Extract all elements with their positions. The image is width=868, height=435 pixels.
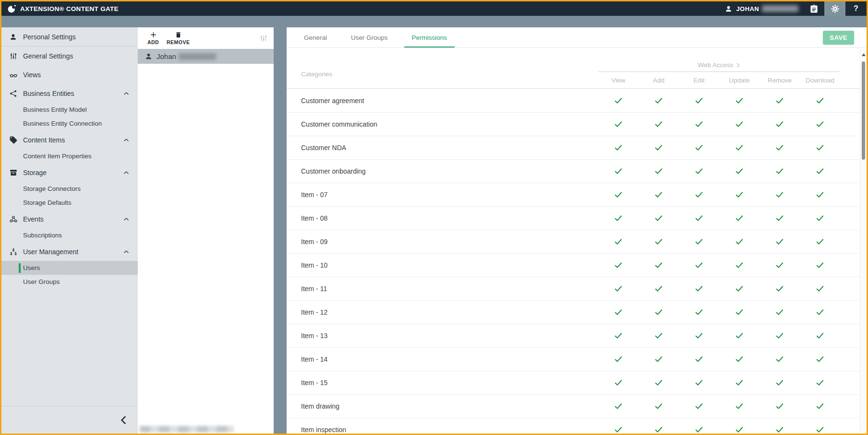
permission-cell-edit[interactable] xyxy=(679,395,719,418)
permission-cell-view[interactable] xyxy=(598,254,639,277)
permission-cell-view[interactable] xyxy=(598,277,639,301)
sidebar-item-storage-connectors[interactable]: Storage Connectors xyxy=(1,182,138,196)
sidebar-item-business-entity-connection[interactable]: Business Entity Connection xyxy=(1,117,138,130)
permission-cell-view[interactable] xyxy=(598,230,639,254)
permission-cell-view[interactable] xyxy=(598,348,639,371)
permission-cell-download[interactable] xyxy=(800,301,840,324)
permission-cell-add[interactable] xyxy=(639,301,679,324)
permission-cell-remove[interactable] xyxy=(760,183,800,207)
collapse-sidebar-button[interactable] xyxy=(117,413,131,427)
sidebar-item-storage[interactable]: Storage xyxy=(1,163,138,182)
permission-cell-edit[interactable] xyxy=(679,277,719,301)
sidebar-item-users[interactable]: Users xyxy=(1,261,138,275)
permission-cell-remove[interactable] xyxy=(760,277,800,301)
permission-cell-remove[interactable] xyxy=(760,395,800,418)
sidebar-item-business-entity-model[interactable]: Business Entity Model xyxy=(1,103,138,117)
permission-cell-edit[interactable] xyxy=(679,230,719,254)
sidebar-item-personal-settings[interactable]: Personal Settings xyxy=(1,27,138,46)
help-button[interactable]: ? xyxy=(845,1,867,16)
permission-cell-add[interactable] xyxy=(639,324,679,348)
permission-cell-download[interactable] xyxy=(800,371,840,395)
permission-cell-update[interactable] xyxy=(719,89,760,113)
permission-cell-edit[interactable] xyxy=(679,89,719,113)
permission-cell-add[interactable] xyxy=(639,348,679,371)
permission-cell-add[interactable] xyxy=(639,230,679,254)
permission-cell-download[interactable] xyxy=(800,254,840,277)
sidebar-item-subscriptions[interactable]: Subscriptions xyxy=(1,228,138,242)
permission-cell-update[interactable] xyxy=(719,136,760,160)
permission-cell-add[interactable] xyxy=(639,277,679,301)
permission-cell-view[interactable] xyxy=(598,113,639,136)
permission-cell-download[interactable] xyxy=(800,418,840,434)
permission-cell-update[interactable] xyxy=(719,230,760,254)
permission-cell-download[interactable] xyxy=(800,324,840,348)
permission-cell-update[interactable] xyxy=(719,160,760,183)
scroll-up-arrow[interactable] xyxy=(862,53,866,56)
permission-cell-add[interactable] xyxy=(639,113,679,136)
permission-cell-download[interactable] xyxy=(800,160,840,183)
permission-cell-remove[interactable] xyxy=(760,418,800,434)
permission-cell-remove[interactable] xyxy=(760,89,800,113)
permission-cell-update[interactable] xyxy=(719,371,760,395)
permission-cell-add[interactable] xyxy=(639,207,679,230)
permission-cell-add[interactable] xyxy=(639,395,679,418)
sidebar-item-content-item-properties[interactable]: Content Item Properties xyxy=(1,149,138,163)
scrollbar-thumb[interactable] xyxy=(862,61,865,160)
permission-cell-remove[interactable] xyxy=(760,160,800,183)
filter-icon[interactable] xyxy=(259,34,268,43)
permission-cell-remove[interactable] xyxy=(760,254,800,277)
sidebar-item-general-settings[interactable]: General Settings xyxy=(1,47,138,65)
permission-cell-update[interactable] xyxy=(719,418,760,434)
tab-user-groups[interactable]: User Groups xyxy=(343,27,396,47)
permission-cell-view[interactable] xyxy=(598,418,639,434)
permission-cell-view[interactable] xyxy=(598,207,639,230)
permission-cell-remove[interactable] xyxy=(760,324,800,348)
permission-cell-download[interactable] xyxy=(800,113,840,136)
tab-general[interactable]: General xyxy=(296,27,335,47)
permission-cell-add[interactable] xyxy=(639,254,679,277)
tasks-button[interactable] xyxy=(803,1,824,16)
permission-cell-add[interactable] xyxy=(639,136,679,160)
permission-cell-edit[interactable] xyxy=(679,207,719,230)
permission-cell-edit[interactable] xyxy=(679,348,719,371)
permission-cell-add[interactable] xyxy=(639,183,679,207)
permission-cell-download[interactable] xyxy=(800,207,840,230)
permission-cell-download[interactable] xyxy=(800,230,840,254)
permission-cell-edit[interactable] xyxy=(679,160,719,183)
permission-cell-add[interactable] xyxy=(639,160,679,183)
permission-cell-update[interactable] xyxy=(719,324,760,348)
permission-cell-edit[interactable] xyxy=(679,301,719,324)
permission-cell-download[interactable] xyxy=(800,348,840,371)
permission-cell-update[interactable] xyxy=(719,395,760,418)
sidebar-item-events[interactable]: Events xyxy=(1,210,138,228)
permission-cell-update[interactable] xyxy=(719,113,760,136)
permission-cell-update[interactable] xyxy=(719,254,760,277)
permission-cell-add[interactable] xyxy=(639,418,679,434)
permission-cell-download[interactable] xyxy=(800,89,840,113)
permission-cell-view[interactable] xyxy=(598,395,639,418)
remove-user-button[interactable]: REMOVE xyxy=(167,28,190,48)
permission-cell-download[interactable] xyxy=(800,183,840,207)
permission-cell-view[interactable] xyxy=(598,136,639,160)
permission-cell-remove[interactable] xyxy=(760,371,800,395)
permission-cell-edit[interactable] xyxy=(679,254,719,277)
permission-cell-remove[interactable] xyxy=(760,113,800,136)
permission-cell-remove[interactable] xyxy=(760,136,800,160)
permission-cell-remove[interactable] xyxy=(760,301,800,324)
settings-button[interactable] xyxy=(824,1,845,16)
permission-cell-remove[interactable] xyxy=(760,207,800,230)
tab-permissions[interactable]: Permissions xyxy=(404,27,455,47)
sidebar-item-content-items[interactable]: Content Items xyxy=(1,130,138,149)
permission-cell-download[interactable] xyxy=(800,395,840,418)
permission-cell-edit[interactable] xyxy=(679,183,719,207)
vertical-scrollbar[interactable] xyxy=(860,49,867,434)
sidebar-item-user-management[interactable]: User Management xyxy=(1,242,138,261)
sidebar-item-storage-defaults[interactable]: Storage Defaults xyxy=(1,196,138,210)
permission-cell-edit[interactable] xyxy=(679,418,719,434)
permission-cell-view[interactable] xyxy=(598,324,639,348)
permission-cell-download[interactable] xyxy=(800,136,840,160)
add-user-button[interactable]: ADD xyxy=(143,28,164,48)
permission-cell-remove[interactable] xyxy=(760,230,800,254)
user-menu[interactable]: JOHAN xyxy=(720,1,803,16)
permission-cell-update[interactable] xyxy=(719,183,760,207)
